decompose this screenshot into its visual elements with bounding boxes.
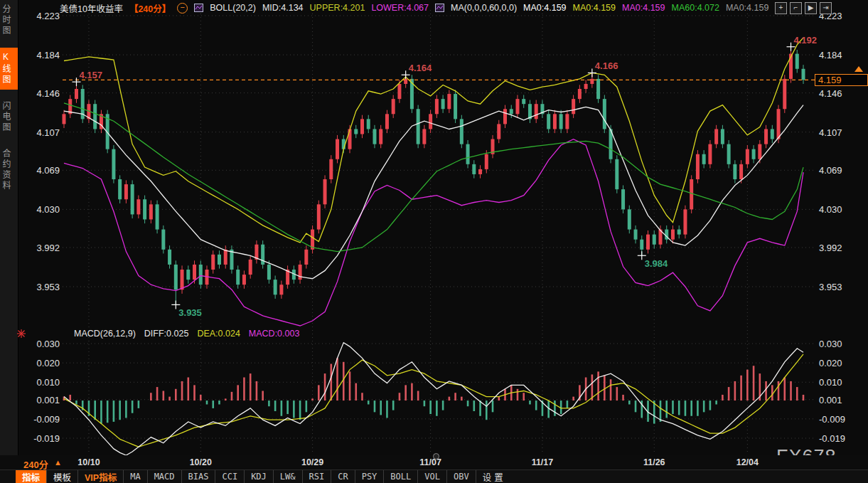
macd-axis-label-left: 0.030 <box>36 339 60 349</box>
header-value: MA0:4.159 <box>523 3 566 13</box>
candle-body <box>75 89 78 99</box>
toolbar-button-12[interactable]: BOLL <box>384 470 418 483</box>
candle-body <box>503 109 507 124</box>
toolbar-button-5[interactable]: BIAS <box>182 470 216 483</box>
candle-body <box>168 250 171 265</box>
header-value: MID:4.134 <box>262 3 304 13</box>
fit-right-axis-icon[interactable]: ▶ <box>805 2 817 14</box>
sidebar: 分时图K线图闪电图合约资料 <box>0 0 18 483</box>
sidebar-tab-1[interactable]: K线图 <box>0 48 18 90</box>
candle-body <box>199 265 203 285</box>
candle-body <box>63 114 66 124</box>
candle-body <box>317 204 321 229</box>
y-axis-label-right: 4.030 <box>819 204 842 215</box>
macd-axis-label-left: 0.010 <box>36 377 60 388</box>
price-annotation: 3.935 <box>178 307 202 318</box>
candle-body <box>124 184 128 199</box>
candle-body <box>161 230 165 250</box>
expand-right-icon[interactable]: ⇥ <box>820 2 832 14</box>
y-axis-label-left: 4.184 <box>36 50 60 60</box>
candle-body <box>174 265 178 290</box>
candle-body <box>236 270 240 285</box>
toolbar-button-0[interactable]: 指标 <box>16 470 47 483</box>
toolbar-button-11[interactable]: PSY <box>355 470 385 483</box>
macd-header-value: DEA:0.024 <box>197 329 240 339</box>
candle-body <box>578 89 582 99</box>
scroll-handle[interactable] <box>433 453 439 460</box>
y-axis-label-left: 4.107 <box>36 127 60 138</box>
candle-body <box>466 144 470 164</box>
candle-body <box>329 159 333 179</box>
candle-body <box>733 164 736 179</box>
fit-left-axis-icon[interactable]: ⌐ <box>790 2 802 14</box>
toolbar-button-7[interactable]: KDJ <box>245 470 274 483</box>
collapse-icon[interactable]: − <box>177 3 188 14</box>
candle-body <box>385 114 389 129</box>
candle-body <box>634 230 638 240</box>
move-icon[interactable]: + <box>775 2 787 14</box>
candle-body <box>690 179 693 209</box>
chart-app-window: 4.2234.2234.1844.1844.1464.1464.1074.107… <box>0 0 868 483</box>
toolbar-button-13[interactable]: VOL <box>418 470 447 483</box>
y-axis-label-right: 3.992 <box>819 243 842 253</box>
overlay-ma60 <box>64 103 803 252</box>
toolbar-button-2[interactable]: VIP指标 <box>78 470 124 483</box>
candle-body <box>429 114 432 129</box>
date-label: 10/10 <box>73 457 105 467</box>
price-annotation: 4.164 <box>409 63 432 73</box>
toolbar-button-3[interactable]: MA <box>124 470 147 483</box>
y-axis-label-left: 4.030 <box>36 204 60 215</box>
toolbar-button-8[interactable]: LW& <box>274 470 303 483</box>
macd-axis-label-left: -0.009 <box>33 414 60 425</box>
toolbar-button-15[interactable]: 设置 <box>476 470 513 483</box>
chart-canvas[interactable]: 4.2234.2234.1844.1844.1464.1464.1074.107… <box>0 0 868 469</box>
candle-body <box>565 114 569 129</box>
candle-body <box>653 235 656 245</box>
macd-header-value: MACD:0.003 <box>249 329 300 339</box>
candle-body <box>764 129 768 144</box>
candle-body <box>379 129 382 144</box>
toolbar-button-1[interactable]: 模板 <box>47 470 78 483</box>
macd-header-value: DIFF:0.025 <box>144 329 189 339</box>
date-label: 10/29 <box>297 457 328 467</box>
date-label: 11/07 <box>415 457 446 467</box>
candle-body <box>510 109 513 114</box>
toolbar-button-4[interactable]: MACD <box>148 470 182 483</box>
toolbar-button-10[interactable]: CR <box>331 470 355 483</box>
sidebar-tab-2[interactable]: 闪电图 <box>0 97 18 137</box>
candle-body <box>417 109 420 144</box>
overlay-boll_upper <box>64 38 803 243</box>
sidebar-tab-3[interactable]: 合约资料 <box>0 144 18 196</box>
candle-body <box>752 149 756 159</box>
candle-body <box>422 129 426 144</box>
date-label: 10/20 <box>185 457 216 467</box>
period-tag: 【240分】 <box>129 1 171 15</box>
price-annotation: 4.157 <box>79 70 102 80</box>
candle-body <box>590 79 594 84</box>
indicator-alert-icon <box>16 329 26 339</box>
toolbar-button-6[interactable]: CCI <box>215 470 245 483</box>
price-annotation: 4.192 <box>794 35 818 46</box>
candle-body <box>708 144 712 164</box>
candle-body <box>360 119 364 134</box>
candle-body <box>771 129 774 139</box>
date-label: 12/04 <box>732 457 763 467</box>
period-arrow-icon[interactable]: ▲ <box>54 458 62 467</box>
ma-values-group: MA(0,0,0,60,0,0)MA0:4.159MA0:4.159MA0:4.… <box>451 3 768 13</box>
candle-body <box>758 144 761 159</box>
candle-body <box>628 209 631 229</box>
overlay-boll_lower <box>64 139 803 326</box>
toolbar-button-14[interactable]: OBV <box>447 470 476 483</box>
sidebar-tab-0[interactable]: 分时图 <box>0 0 18 41</box>
candle-body <box>478 169 482 174</box>
candle-body <box>596 79 600 99</box>
header-value: MA0:4.159 <box>726 3 768 13</box>
candle-body <box>249 260 252 275</box>
candle-body <box>547 114 550 129</box>
toolbar-button-9[interactable]: RSI <box>303 470 332 483</box>
candle-body <box>646 235 650 250</box>
macd-axis-label-left: -0.019 <box>33 433 60 444</box>
candle-body <box>373 129 376 144</box>
candle-body <box>211 255 215 270</box>
y-axis-label-right: 4.107 <box>819 127 842 138</box>
